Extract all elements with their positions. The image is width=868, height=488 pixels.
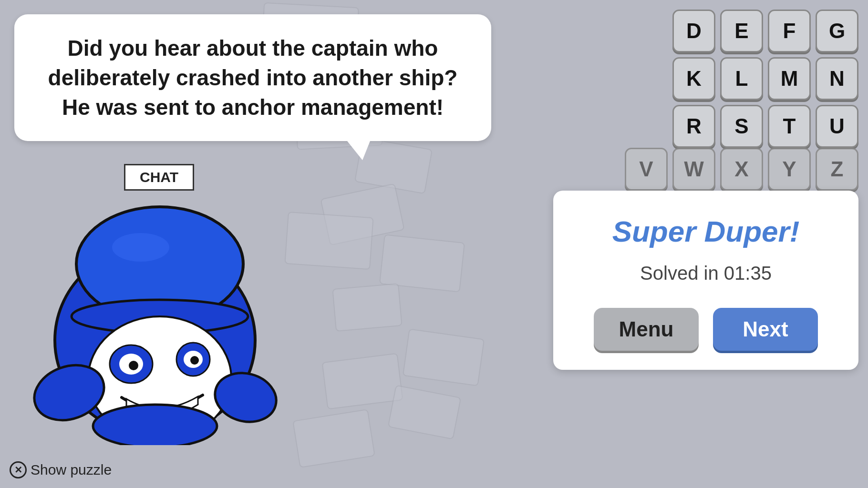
svg-point-12 — [93, 405, 217, 445]
joke-text: Did you hear about the captain who delib… — [38, 33, 467, 122]
keyboard-grid: DEFGKLMNRSTU — [672, 10, 858, 148]
keyboard-bottom-row: VWXYZ — [625, 148, 858, 191]
key-E: E — [720, 10, 763, 52]
key-F: F — [768, 10, 811, 52]
key-W: W — [672, 148, 715, 191]
key-U: U — [816, 105, 858, 148]
next-button[interactable]: Next — [713, 308, 818, 351]
show-puzzle-label: Show puzzle — [31, 462, 112, 478]
result-title: Super Duper! — [572, 214, 839, 248]
joke-card: Did you hear about the captain who delib… — [14, 14, 491, 141]
key-R: R — [672, 105, 715, 148]
key-L: L — [720, 57, 763, 100]
key-Y: Y — [768, 148, 811, 191]
mascot-character — [29, 178, 281, 445]
key-D: D — [672, 10, 715, 52]
key-M: M — [768, 57, 811, 100]
key-K: K — [672, 57, 715, 100]
result-panel: Super Duper! Solved in 01:35 Menu Next — [553, 191, 858, 370]
key-T: T — [768, 105, 811, 148]
result-time: Solved in 01:35 — [572, 263, 839, 284]
chat-label: CHAT — [124, 164, 194, 191]
key-X: X — [720, 148, 763, 191]
key-N: N — [816, 57, 858, 100]
key-G: G — [816, 10, 858, 52]
show-puzzle-area[interactable]: ✕ Show puzzle — [10, 461, 112, 478]
menu-button[interactable]: Menu — [594, 308, 699, 351]
mascot-area: CHAT — [29, 164, 291, 440]
svg-point-8 — [129, 361, 138, 370]
svg-point-13 — [112, 233, 169, 262]
result-buttons: Menu Next — [572, 308, 839, 351]
key-S: S — [720, 105, 763, 148]
key-V: V — [625, 148, 668, 191]
svg-point-9 — [190, 356, 199, 365]
x-icon: ✕ — [10, 461, 27, 478]
key-Z: Z — [816, 148, 858, 191]
